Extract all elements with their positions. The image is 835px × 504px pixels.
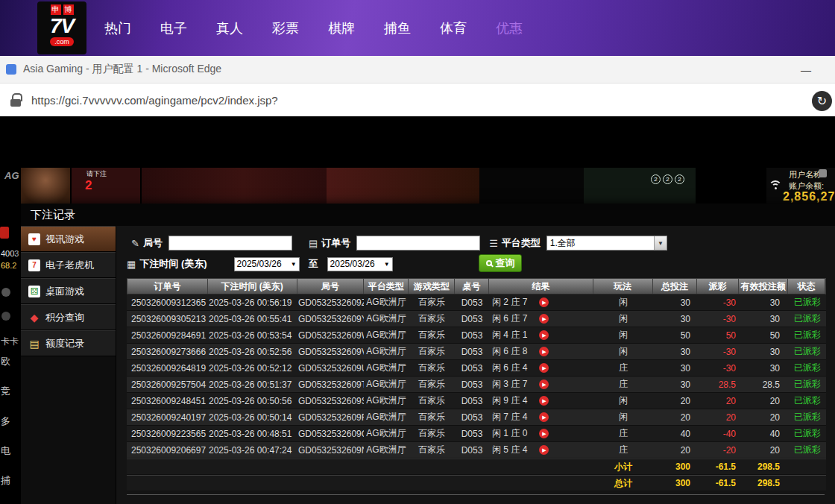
video-replay-icon[interactable]: ▶ [539,379,549,389]
table-number-cell: D053 [455,360,489,376]
total-bet-cell: 30 [653,294,698,310]
background-dot-icon [1,312,10,321]
search-icon [486,260,492,266]
sidebar-item-quota-records[interactable]: ▤ 额度记录 [21,330,116,356]
result-cell: 闲 7 庄 4▶ [489,409,593,425]
platform-type-cell: AG欧洲厅 [364,327,409,343]
table-row: 2503260093123652025-03-26 00:56:19GD0532… [127,294,826,311]
sidebar-item-points-query[interactable]: ◆ 积分查询 [21,304,116,330]
round-number-cell: GD0532532609Z [297,294,364,310]
valid-bet-cell: 30 [740,344,789,359]
status-cell: 已派彩 [789,327,826,343]
payout-cell: 20 [698,393,740,409]
order-number-cell: 250326009312365 [127,294,207,310]
game-type-cell: 百家乐 [409,409,455,425]
payout-cell: -30 [698,344,740,359]
round-number-cell: GD0532532609W [297,327,364,343]
background-strip-text: 多 [1,415,10,428]
date-to-picker[interactable]: 2025/03/26 ▼ [327,257,393,271]
minimize-button[interactable]: — [790,56,822,84]
video-replay-icon[interactable]: ▶ [539,314,549,324]
result-cell: 闲 1 庄 0▶ [489,426,593,441]
valid-bet-cell: 30 [740,294,789,310]
nav-item-6[interactable]: 捕鱼 [384,19,411,37]
play-type-cell: 庄 [593,377,653,392]
order-number-input[interactable] [356,236,480,251]
result-text: 闲 6 庄 8 [492,345,527,358]
sidebar-item-slots[interactable]: 7 电子老虎机 [21,252,116,278]
nav-item-7[interactable]: 体育 [440,19,467,37]
empty-cell [297,476,364,491]
calendar-icon: ▦ [127,259,136,270]
wifi-icon [768,180,784,194]
nav-item-2[interactable]: 电子 [160,19,187,37]
game-type-cell: 百家乐 [409,426,455,441]
sidebar-item-table-games[interactable]: ⚄ 桌面游戏 [21,278,116,304]
video-replay-icon[interactable]: ▶ [539,429,549,438]
bet-time-cell: 2025-03-26 00:52:12 [207,360,297,376]
total-label: 总计 [593,476,653,491]
result-cell: 闲 6 庄 8▶ [489,344,593,359]
site-logo[interactable]: 申 博 7V .com [37,1,86,54]
logo-suffix: .com [50,37,74,46]
round-number-label: 局号 [143,236,163,250]
table-row: 2503260092401972025-03-26 00:50:14GD0532… [127,409,826,426]
status-cell: 已派彩 [789,311,826,327]
platform-type-cell: AG欧洲厅 [364,311,409,327]
empty-cell [364,459,409,474]
table-row: 2503260092846912025-03-26 00:53:54GD0532… [127,327,826,344]
round-number-input[interactable] [168,236,292,251]
status-cell: 已派彩 [789,442,826,458]
table-row: 2503260092736662025-03-26 00:52:56GD0532… [127,344,826,360]
col-header-play-type: 玩法 [593,279,653,294]
lock-icon[interactable] [10,93,22,107]
address-url[interactable]: https://gci.7vvvvvv.com/agingame/pcv2/in… [31,94,278,107]
sidebar-item-live-games[interactable]: ♥ 视讯游戏 [21,226,116,252]
video-replay-icon[interactable]: ▶ [539,412,549,422]
logo-main-text: 7V [50,15,74,37]
video-replay-icon[interactable]: ▶ [539,445,549,455]
background-red-badge [0,227,9,239]
bet-table-body: 2503260093123652025-03-26 00:56:19GD0532… [127,294,826,491]
order-number-cell: 250326009223565 [127,426,207,441]
scoreboard-thumbnail: 2 2 2 [584,168,696,204]
total-bet-cell: 20 [653,409,698,425]
nav-item-8[interactable]: 优惠 [496,19,523,37]
empty-cell [207,476,297,491]
refresh-icon[interactable]: ↻ [812,91,832,111]
payout-cell: -30 [698,311,740,327]
result-text: 闲 7 庄 4 [492,411,527,423]
result-cell: 闲 4 庄 1▶ [489,327,593,343]
nav-item-5[interactable]: 棋牌 [328,19,355,37]
table-number-cell: D053 [455,377,489,392]
clipboard-icon: ▤ [309,238,318,249]
payout-cell: -30 [698,360,740,376]
date-from-picker[interactable]: 2025/03/26 ▼ [234,257,300,271]
video-replay-icon[interactable]: ▶ [539,363,549,373]
order-number-cell: 250326009264819 [127,360,207,376]
nav-item-1[interactable]: 热门 [104,19,131,37]
video-replay-icon[interactable]: ▶ [539,297,549,307]
table-number-cell: D053 [455,344,489,359]
status-cell: 已派彩 [789,409,826,425]
round-number-cell: GD0532532609V [297,344,364,359]
result-text: 闲 6 庄 7 [492,312,527,325]
round-number-cell: GD0532532609T [297,377,364,392]
result-text: 闲 6 庄 4 [492,362,527,374]
table-number-cell: D053 [455,294,489,310]
dice-icon: ⚄ [28,286,40,297]
sidebar-item-label: 额度记录 [45,337,84,350]
video-replay-icon[interactable]: ▶ [539,330,549,340]
video-replay-icon[interactable]: ▶ [539,396,549,406]
col-header-status: 状态 [788,279,825,294]
background-image-strip [327,168,479,204]
video-replay-icon[interactable]: ▶ [539,347,549,356]
game-type-cell: 百家乐 [409,393,455,409]
table-number-cell: D053 [455,311,489,327]
panel-header: 下注记录 [21,204,835,226]
nav-item-3[interactable]: 真人 [216,19,243,37]
platform-type-select[interactable]: 1.全部 ▼ [546,236,667,251]
nav-item-4[interactable]: 彩票 [272,19,299,37]
valid-bet-cell: 40 [740,426,789,441]
search-button[interactable]: 查询 [479,254,522,272]
